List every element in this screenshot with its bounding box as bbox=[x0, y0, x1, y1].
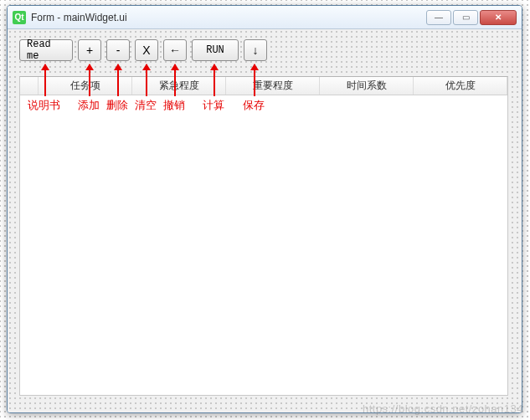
annotation-label-clear: 清空 bbox=[135, 98, 157, 113]
maximize-button[interactable]: ▭ bbox=[453, 10, 478, 25]
remove-button[interactable]: - bbox=[106, 39, 130, 61]
annotation-arrow-readme bbox=[44, 64, 46, 96]
annotation-arrow-save bbox=[254, 64, 255, 96]
readme-button[interactable]: Read me bbox=[19, 39, 73, 61]
annotation-label-readme: 说明书 bbox=[28, 98, 60, 113]
window-controls: — ▭ ✕ bbox=[426, 10, 517, 25]
window-title: Form - mainWidget.ui bbox=[31, 12, 426, 23]
titlebar: Qt Form - mainWidget.ui — ▭ ✕ bbox=[8, 6, 522, 29]
annotation-label-add: 添加 bbox=[78, 98, 100, 113]
close-button[interactable]: ✕ bbox=[480, 10, 517, 25]
column-header-priority[interactable]: 优先度 bbox=[414, 77, 507, 95]
toolbar: Read me + - X ← RUN ↓ bbox=[19, 39, 267, 61]
annotation-arrow-add bbox=[89, 64, 90, 96]
qt-designer-window: Qt Form - mainWidget.ui — ▭ ✕ Read me + … bbox=[7, 5, 522, 413]
annotation-label-remove: 删除 bbox=[106, 98, 128, 113]
annotation-arrow-run bbox=[214, 64, 215, 96]
annotation-label-save: 保存 bbox=[243, 98, 265, 113]
annotation-arrow-remove bbox=[117, 64, 119, 96]
annotation-arrow-undo bbox=[174, 64, 176, 96]
annotation-label-undo: 撤销 bbox=[163, 98, 185, 113]
qt-logo-icon: Qt bbox=[13, 11, 26, 24]
annotation-label-run: 计算 bbox=[203, 98, 224, 113]
minimize-button[interactable]: — bbox=[426, 10, 451, 25]
column-header-importance[interactable]: 重要程度 bbox=[226, 77, 320, 95]
task-table[interactable]: 任务项 紧急程度 重要程度 时间系数 优先度 bbox=[19, 76, 508, 396]
save-button[interactable]: ↓ bbox=[244, 39, 267, 61]
annotation-arrow-clear bbox=[146, 64, 147, 96]
add-button[interactable]: + bbox=[78, 39, 101, 61]
run-button[interactable]: RUN bbox=[192, 39, 239, 61]
table-body[interactable] bbox=[20, 95, 507, 395]
watermark-text: https://blog.csdn.net/zohan134 bbox=[363, 402, 523, 415]
client-area: Read me + - X ← RUN ↓ 任务项 紧急程度 重要程度 时间系数… bbox=[8, 29, 522, 412]
clear-button[interactable]: X bbox=[135, 39, 158, 61]
column-header-timecoef[interactable]: 时间系数 bbox=[320, 77, 414, 95]
table-header-row: 任务项 紧急程度 重要程度 时间系数 优先度 bbox=[20, 77, 507, 95]
undo-button[interactable]: ← bbox=[163, 39, 187, 61]
row-number-header bbox=[20, 77, 39, 95]
